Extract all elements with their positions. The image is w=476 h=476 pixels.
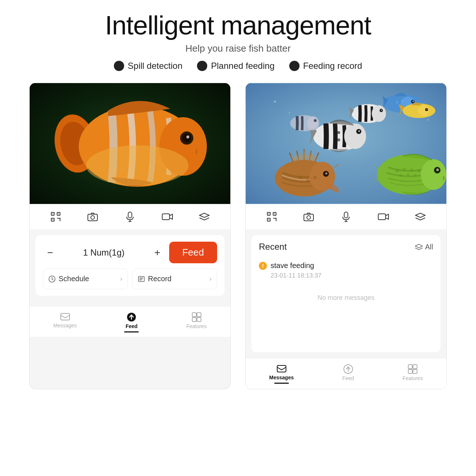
svg-rect-98 — [408, 365, 412, 369]
svg-point-70 — [298, 176, 302, 179]
warning-icon: ! — [259, 262, 267, 270]
left-fish-image — [30, 83, 230, 204]
svg-rect-20 — [162, 214, 170, 220]
svg-point-81 — [421, 159, 446, 190]
right-camera-icon[interactable] — [303, 211, 315, 223]
svg-rect-99 — [413, 365, 417, 369]
svg-point-75 — [403, 168, 406, 171]
svg-point-83 — [436, 168, 439, 171]
orange-fish-svg — [53, 92, 207, 195]
right-phone: Recent All ! stave feeding — [245, 83, 447, 389]
features-row: Spill detection Planned feeding Feeding … — [7, 61, 469, 71]
left-mic-icon[interactable] — [124, 211, 136, 223]
header: Intelligent management Help you raise fi… — [0, 0, 476, 75]
svg-point-57 — [381, 110, 382, 111]
svg-rect-14 — [52, 219, 53, 220]
left-nav-feed[interactable]: Feed — [117, 311, 146, 334]
message-item-1: ! stave feeding 23-01-11 18:13:37 — [259, 258, 433, 283]
right-fish-background — [246, 83, 446, 204]
right-nav-features-indicator — [405, 383, 420, 384]
messages-all-button[interactable]: All — [415, 243, 433, 251]
svg-point-35 — [289, 112, 290, 114]
left-controls-row — [30, 204, 230, 229]
svg-point-37 — [427, 119, 429, 120]
svg-point-43 — [401, 100, 403, 102]
svg-rect-92 — [344, 212, 348, 218]
messages-header: Recent All — [259, 242, 433, 252]
svg-point-41 — [412, 101, 414, 102]
message-time-1: 23-01-11 18:13:37 — [259, 272, 433, 279]
svg-point-16 — [91, 216, 94, 219]
left-camera-icon[interactable] — [87, 211, 98, 223]
feed-amount-row: − 1 Num(1g) + Feed — [43, 242, 217, 263]
feature-dot-3 — [289, 61, 300, 71]
svg-rect-87 — [268, 213, 269, 214]
feed-minus-button[interactable]: − — [43, 245, 57, 260]
messages-nav-icon — [60, 313, 70, 321]
svg-point-78 — [399, 174, 402, 177]
feed-card: − 1 Num(1g) + Feed Schedule › — [36, 235, 224, 296]
left-nav-messages-indicator — [58, 331, 72, 332]
record-button[interactable]: Record › — [132, 268, 217, 289]
right-nav-feed-indicator — [341, 383, 356, 384]
right-video-icon[interactable] — [378, 211, 389, 223]
right-nav-features[interactable]: Features — [395, 363, 430, 386]
svg-point-49 — [344, 123, 366, 149]
right-layers-icon[interactable] — [414, 211, 426, 223]
svg-point-72 — [313, 176, 317, 179]
feed-button[interactable]: Feed — [169, 242, 217, 263]
svg-point-80 — [414, 174, 417, 176]
right-nav-features-label: Features — [402, 375, 423, 381]
svg-rect-96 — [277, 365, 286, 372]
feature-dot-1 — [114, 61, 124, 71]
left-nav-feed-indicator — [124, 331, 139, 332]
right-fish-image — [246, 83, 446, 204]
svg-rect-95 — [378, 214, 386, 220]
messages-title: Recent — [259, 242, 287, 252]
record-chevron: › — [209, 275, 212, 283]
left-layers-icon[interactable] — [198, 211, 210, 223]
schedule-label: Schedule — [59, 275, 89, 283]
schedule-button[interactable]: Schedule › — [43, 268, 128, 289]
feature-label-1: Spill detection — [128, 61, 182, 71]
message-top-row: ! stave feeding — [259, 261, 433, 270]
svg-point-55 — [372, 105, 386, 122]
left-scan-icon[interactable] — [50, 211, 62, 223]
right-mic-icon[interactable] — [340, 211, 352, 223]
svg-point-59 — [307, 116, 319, 130]
feed-plus-button[interactable]: + — [150, 245, 165, 260]
left-bottom-nav: Messages Feed — [30, 306, 230, 337]
svg-point-71 — [306, 179, 309, 182]
svg-point-34 — [274, 101, 276, 103]
svg-point-53 — [337, 138, 340, 141]
phones-row: − 1 Num(1g) + Feed Schedule › — [18, 83, 458, 389]
subtitle: Help you raise fish batter — [7, 43, 469, 54]
left-video-icon[interactable] — [161, 211, 173, 223]
main-title: Intelligent management — [7, 11, 469, 40]
right-nav-feed[interactable]: Feed — [334, 363, 363, 386]
feature-feeding-record: Feeding record — [289, 61, 362, 71]
right-scan-icon[interactable] — [266, 211, 278, 223]
svg-point-7 — [186, 135, 189, 138]
left-nav-features-indicator — [189, 331, 204, 332]
right-nav-messages[interactable]: Messages — [262, 364, 301, 385]
left-nav-messages[interactable]: Messages — [46, 312, 84, 333]
feed-nav-icon — [127, 312, 136, 322]
schedule-chevron: › — [120, 275, 122, 283]
left-nav-feed-label: Feed — [126, 323, 138, 329]
svg-point-8 — [86, 145, 189, 186]
feed-amount-label: 1 Num(1g) — [62, 248, 146, 258]
svg-point-69 — [325, 172, 327, 175]
clock-icon — [48, 275, 56, 283]
messages-all-label: All — [425, 243, 433, 251]
schedule-record-row: Schedule › Record › — [43, 268, 217, 289]
feature-spill: Spill detection — [114, 61, 182, 71]
svg-rect-90 — [304, 214, 313, 221]
svg-rect-101 — [413, 369, 417, 373]
right-feed-nav-icon — [343, 364, 353, 374]
left-nav-messages-label: Messages — [53, 323, 77, 328]
blue-water-fish-svg — [246, 83, 446, 204]
left-nav-features[interactable]: Features — [179, 311, 214, 334]
svg-rect-15 — [88, 214, 97, 221]
svg-rect-30 — [192, 317, 196, 321]
